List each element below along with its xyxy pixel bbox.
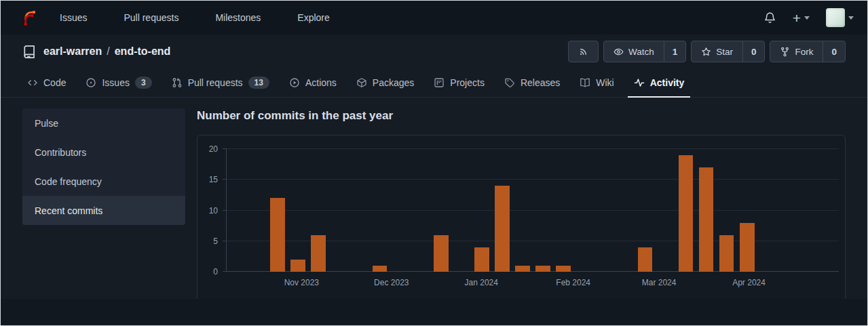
forgejo-logo[interactable] bbox=[20, 7, 37, 28]
page-title: Number of commits in the past year bbox=[197, 108, 846, 123]
star-icon bbox=[701, 47, 711, 57]
plus-icon: + bbox=[793, 11, 801, 25]
user-menu-button[interactable] bbox=[826, 8, 854, 27]
chart-bar bbox=[740, 223, 755, 272]
tab-activity[interactable]: Activity bbox=[625, 68, 694, 97]
book-icon bbox=[580, 77, 590, 88]
chart-y-tick bbox=[223, 179, 227, 180]
tab-label: Packages bbox=[373, 77, 414, 88]
fork-count[interactable]: 0 bbox=[823, 41, 845, 62]
repo-tab-bar: Code Issues 3 Pull requests 13 Actions P… bbox=[1, 68, 867, 98]
nav-link-explore[interactable]: Explore bbox=[297, 12, 329, 23]
chart-plot bbox=[226, 149, 839, 272]
chart-y-tick bbox=[223, 148, 227, 149]
tab-label: Code bbox=[43, 77, 66, 88]
chart-y-tick-label: 15 bbox=[209, 175, 218, 184]
watch-label: Watch bbox=[628, 47, 654, 57]
nav-link-issues[interactable]: Issues bbox=[60, 12, 87, 23]
chart-gridline bbox=[227, 210, 839, 211]
rss-icon bbox=[569, 41, 598, 62]
star-button[interactable]: Star 0 bbox=[691, 41, 765, 62]
chart-x-tick-label: Dec 2023 bbox=[374, 278, 409, 287]
rss-feed-button[interactable] bbox=[568, 41, 599, 62]
watch-button[interactable]: Watch 1 bbox=[603, 41, 686, 62]
pull-requests-count-badge: 13 bbox=[248, 77, 269, 89]
issue-opened-icon bbox=[86, 77, 96, 88]
chart-x-tick-label: Feb 2024 bbox=[556, 278, 590, 287]
chart-gridline bbox=[227, 148, 839, 149]
chart-bar bbox=[434, 235, 449, 272]
chevron-down-icon bbox=[848, 16, 854, 20]
tab-issues[interactable]: Issues 3 bbox=[77, 68, 160, 97]
chart-y-tick bbox=[223, 210, 227, 211]
chart-y-tick-label: 20 bbox=[209, 144, 218, 154]
issues-count-badge: 3 bbox=[135, 77, 152, 89]
repo-owner-link[interactable]: earl-warren bbox=[43, 45, 102, 58]
tab-label: Pull requests bbox=[188, 77, 243, 88]
chart-bar bbox=[638, 247, 653, 272]
star-label: Star bbox=[716, 47, 733, 57]
nav-link-pull-requests[interactable]: Pull requests bbox=[124, 12, 178, 23]
chart-bar bbox=[556, 266, 571, 272]
code-icon bbox=[27, 77, 38, 88]
chart-y-tick bbox=[223, 241, 227, 241]
fork-icon bbox=[780, 47, 790, 57]
activity-sidebar: Pulse Contributors Code frequency Recent… bbox=[22, 108, 185, 225]
chart-bar bbox=[373, 266, 388, 272]
tab-code[interactable]: Code bbox=[18, 68, 75, 97]
nav-link-milestones[interactable]: Milestones bbox=[215, 12, 261, 23]
breadcrumb: earl-warren / end-to-end bbox=[43, 45, 170, 58]
star-count[interactable]: 0 bbox=[742, 41, 765, 62]
chart-x-axis: Nov 2023Dec 2023Jan 2024Feb 2024Mar 2024… bbox=[226, 272, 839, 302]
tab-label: Actions bbox=[305, 77, 337, 88]
eye-icon bbox=[614, 47, 624, 57]
repo-actions: Watch 1 Star 0 bbox=[568, 41, 846, 62]
chart-y-axis: 05101520 bbox=[197, 149, 226, 272]
play-circle-icon bbox=[289, 77, 300, 88]
repo-header: earl-warren / end-to-end bbox=[1, 35, 867, 68]
tag-icon bbox=[504, 77, 515, 88]
tab-wiki[interactable]: Wiki bbox=[571, 68, 622, 97]
chart-bar bbox=[719, 235, 734, 272]
forgejo-repo-activity-page: Issues Pull requests Milestones Explore … bbox=[0, 0, 868, 326]
tab-projects[interactable]: Projects bbox=[425, 68, 493, 97]
chart-y-tick-label: 5 bbox=[213, 237, 218, 246]
commits-chart-panel: 05101520 Nov 2023Dec 2023Jan 2024Feb 202… bbox=[197, 135, 846, 302]
tab-packages[interactable]: Packages bbox=[347, 68, 423, 97]
chart-bar bbox=[535, 266, 550, 272]
chart-bar bbox=[474, 247, 489, 272]
chart-bar bbox=[311, 235, 326, 272]
chart-bar bbox=[679, 155, 694, 272]
navbar-right-group: + bbox=[763, 8, 854, 27]
tab-label: Projects bbox=[450, 77, 485, 88]
repo-name-link[interactable]: end-to-end bbox=[115, 45, 171, 58]
sidebar-item-pulse[interactable]: Pulse bbox=[22, 108, 185, 138]
chevron-down-icon bbox=[804, 16, 810, 20]
tab-label: Issues bbox=[102, 77, 129, 88]
notifications-button[interactable] bbox=[763, 12, 776, 24]
chart-bar bbox=[515, 266, 530, 272]
sidebar-item-contributors[interactable]: Contributors bbox=[22, 138, 185, 167]
top-navbar: Issues Pull requests Milestones Explore … bbox=[1, 1, 867, 35]
main-panel: Number of commits in the past year 05101… bbox=[197, 108, 846, 302]
chart-bar bbox=[290, 260, 305, 272]
git-pull-request-icon bbox=[172, 77, 183, 88]
chart-bar bbox=[270, 198, 285, 272]
chart-x-tick-label: Jan 2024 bbox=[465, 278, 498, 287]
tab-releases[interactable]: Releases bbox=[495, 68, 569, 97]
pulse-icon bbox=[634, 77, 645, 88]
tab-pull-requests[interactable]: Pull requests 13 bbox=[163, 68, 278, 97]
content-area: Pulse Contributors Code frequency Recent… bbox=[1, 98, 867, 302]
chart-x-tick-label: Apr 2024 bbox=[732, 278, 766, 287]
tab-label: Activity bbox=[650, 77, 685, 88]
chart-y-tick-label: 10 bbox=[209, 206, 218, 216]
watch-count[interactable]: 1 bbox=[664, 41, 686, 62]
tab-label: Releases bbox=[521, 77, 560, 88]
fork-button[interactable]: Fork 0 bbox=[770, 41, 846, 62]
chart-x-tick-label: Mar 2024 bbox=[642, 278, 677, 287]
create-new-button[interactable]: + bbox=[793, 11, 810, 25]
tab-label: Wiki bbox=[596, 77, 614, 88]
sidebar-item-code-frequency[interactable]: Code frequency bbox=[22, 167, 185, 196]
tab-actions[interactable]: Actions bbox=[280, 68, 345, 97]
sidebar-item-recent-commits[interactable]: Recent commits bbox=[22, 196, 185, 225]
